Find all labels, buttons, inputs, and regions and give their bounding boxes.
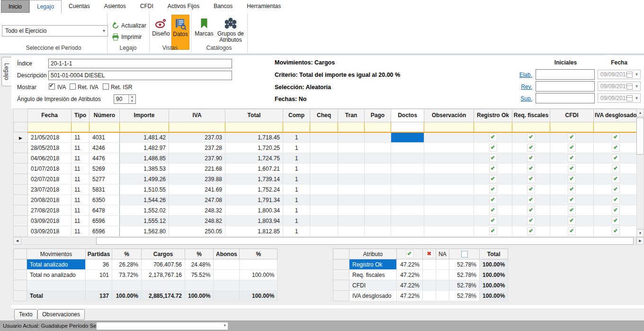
scroll-down-button[interactable]: ▼ — [636, 229, 644, 237]
grid-cell[interactable]: 1,791.34 — [225, 195, 283, 205]
grid-filter-cell[interactable] — [424, 122, 474, 132]
summary-cell[interactable] — [27, 280, 86, 291]
grid-cell[interactable]: 237.03 — [169, 132, 225, 143]
tab-legajo[interactable]: Legajo — [29, 0, 62, 13]
grid-cell[interactable] — [391, 195, 424, 205]
summary-column-header[interactable]: Atributo — [349, 249, 397, 259]
row-selector[interactable] — [14, 164, 28, 174]
grid-cell[interactable]: 1 — [283, 164, 310, 174]
grid-cell[interactable]: 1,499.26 — [120, 174, 169, 184]
grid-cell[interactable]: ✔ — [512, 164, 550, 174]
elab-initials-input[interactable] — [536, 69, 595, 80]
row-selector[interactable]: ▶ — [14, 132, 28, 143]
grid-filter-cell[interactable] — [594, 122, 638, 132]
summary-column-header[interactable]: ✔ — [397, 249, 423, 259]
summary-cell[interactable] — [214, 291, 240, 301]
grid-cell[interactable] — [391, 132, 424, 143]
grid-cell[interactable]: 1,803.94 — [225, 216, 283, 226]
grid-cell[interactable]: 5269 — [89, 164, 120, 174]
summary-cell[interactable]: 24.48% — [185, 259, 214, 270]
row-selector[interactable] — [14, 291, 27, 301]
grid-cell[interactable] — [424, 195, 474, 205]
grid-cell[interactable]: ✔ — [474, 164, 512, 174]
grid-cell[interactable]: 23/07/2018 — [28, 184, 72, 195]
grid-cell[interactable]: ✔ — [594, 216, 638, 226]
grid-cell[interactable]: ✔ — [594, 184, 638, 195]
grid-cell[interactable]: ✔ — [550, 164, 594, 174]
grid-filter-cell[interactable] — [310, 122, 338, 132]
grid-cell[interactable]: ✔ — [594, 205, 638, 216]
grid-cell[interactable] — [310, 226, 338, 237]
grid-cell[interactable]: ✔ — [594, 164, 638, 174]
row-selector[interactable] — [14, 270, 27, 280]
grid-cell[interactable]: 1 — [283, 205, 310, 216]
summary-cell[interactable]: 100.00% — [480, 259, 508, 270]
grid-filter-cell[interactable] — [28, 122, 72, 132]
grid-cell[interactable]: 250.05 — [169, 226, 225, 237]
summary-cell[interactable]: Total analizado — [27, 259, 86, 270]
grid-cell[interactable]: 6596 — [89, 226, 120, 237]
grid-cell[interactable]: 1,720.25 — [225, 143, 283, 153]
summary-cell[interactable]: 52.78% — [449, 280, 480, 291]
row-selector[interactable] — [14, 184, 28, 195]
grid-cell[interactable]: 1,800.34 — [225, 205, 283, 216]
period-selector-combobox[interactable]: ▾ — [96, 322, 228, 330]
grid-column-header[interactable]: CFDI — [550, 109, 594, 122]
summary-cell[interactable]: 47.22% — [397, 291, 423, 301]
summary-cell[interactable]: 52.78% — [449, 259, 480, 270]
grid-cell[interactable]: ✔ — [512, 226, 550, 237]
grid-filter-cell[interactable] — [512, 122, 550, 132]
summary-column-header[interactable]: ✖ — [423, 249, 436, 259]
grid-cell[interactable]: 5831 — [89, 184, 120, 195]
grid-cell[interactable]: 11 — [72, 174, 89, 184]
grid-cell[interactable]: ✔ — [550, 143, 594, 153]
summary-cell[interactable] — [436, 280, 449, 291]
grid-cell[interactable] — [391, 216, 424, 226]
grid-cell[interactable]: 11 — [72, 226, 89, 237]
summary-column-header[interactable]: NA — [436, 249, 449, 259]
summary-cell[interactable]: 52.78% — [449, 291, 480, 301]
grid-cell[interactable]: 6350 — [89, 195, 120, 205]
grid-filter-cell[interactable] — [225, 122, 283, 132]
summary-cell[interactable]: IVA desglosado — [349, 291, 397, 301]
iva-checkbox[interactable]: ✔ — [49, 83, 55, 90]
summary-cell[interactable] — [423, 270, 436, 280]
tab-texto[interactable]: Texto — [14, 309, 37, 320]
grid-cell[interactable]: 1 — [283, 174, 310, 184]
grid-cell[interactable] — [365, 153, 391, 164]
grid-cell[interactable] — [310, 143, 338, 153]
summary-cell[interactable]: Req. fiscales — [349, 270, 397, 280]
indice-input[interactable] — [48, 59, 232, 68]
summary-column-header[interactable]: Abonos — [214, 249, 240, 259]
grid-cell[interactable]: 1,552.02 — [120, 205, 169, 216]
grid-cell[interactable] — [365, 174, 391, 184]
summary-cell[interactable] — [423, 291, 436, 301]
grid-cell[interactable] — [391, 226, 424, 237]
row-selector[interactable] — [14, 280, 27, 291]
grid-filter-cell[interactable] — [283, 122, 310, 132]
grid-cell[interactable] — [338, 184, 365, 195]
rev-date-picker[interactable]: 09/09/2019 ▼ — [598, 82, 641, 91]
grid-cell[interactable]: ✔ — [550, 195, 594, 205]
grid-cell[interactable]: ✔ — [512, 153, 550, 164]
sup-initials-input[interactable] — [536, 93, 595, 103]
summary-cell[interactable]: 100.00% — [480, 291, 508, 301]
summary-cell[interactable] — [436, 291, 449, 301]
grid-column-header[interactable]: Importe — [120, 109, 169, 122]
row-selector[interactable] — [14, 195, 28, 205]
grid-filter-cell[interactable] — [365, 122, 391, 132]
summary-cell[interactable] — [423, 280, 436, 291]
summary-cell[interactable] — [214, 259, 240, 270]
summary-cell[interactable]: CFDI — [349, 280, 397, 291]
grid-cell[interactable]: ✔ — [550, 174, 594, 184]
grid-cell[interactable]: 4246 — [89, 143, 120, 153]
grid-cell[interactable]: ✔ — [512, 143, 550, 153]
summary-cell[interactable] — [240, 259, 277, 270]
summary-column-header[interactable]: Total — [480, 249, 508, 259]
grid-cell[interactable]: 1,812.85 — [225, 226, 283, 237]
tab-inicio[interactable]: Inicio — [1, 0, 29, 13]
sup-link[interactable]: Sup. — [512, 95, 532, 102]
summary-cell[interactable]: 26.28% — [112, 259, 142, 270]
grid-column-header[interactable]: Doctos — [391, 109, 424, 122]
elab-link[interactable]: Elab. — [512, 72, 532, 78]
